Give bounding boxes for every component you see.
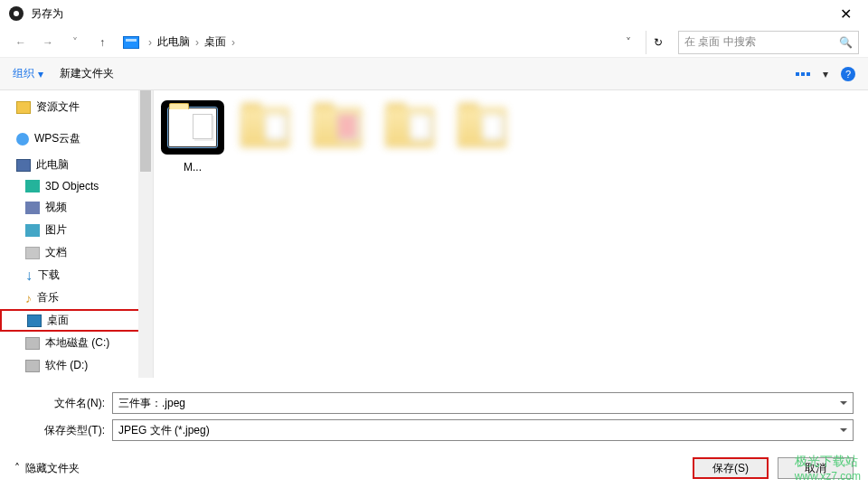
sidebar-item-documents[interactable]: 文档 [0, 241, 153, 264]
crumb-desktop[interactable]: 桌面 [204, 34, 226, 50]
chevron-right-icon: › [148, 36, 152, 49]
sidebar-item-thispc[interactable]: 此电脑 [0, 154, 153, 176]
save-label: 保存(S) [712, 461, 749, 476]
cancel-button[interactable]: 取消 [778, 457, 854, 479]
toolbar: 组织 ▾ 新建文件夹 ▾ ? [0, 58, 868, 90]
sidebar-item-label: 视频 [45, 200, 67, 215]
scrollbar-thumb[interactable] [140, 90, 151, 172]
music-icon: ♪ [25, 291, 32, 305]
filetype-label: 保存类型(T): [14, 423, 105, 438]
disk-icon [25, 337, 40, 350]
organize-menu[interactable]: 组织 ▾ [13, 66, 43, 81]
sidebar-item-label: 文档 [45, 245, 67, 260]
file-list[interactable]: M... [154, 90, 868, 378]
search-placeholder: 在 桌面 中搜索 [684, 34, 756, 50]
breadcrumb[interactable]: › 此电脑 › 桌面 › ˅ [118, 31, 640, 54]
app-icon [9, 6, 24, 21]
download-icon: ↓ [25, 270, 33, 281]
back-button[interactable]: ← [9, 31, 33, 54]
new-folder-button[interactable]: 新建文件夹 [60, 66, 114, 81]
file-item[interactable] [235, 98, 295, 174]
crumb-thispc[interactable]: 此电脑 [157, 34, 190, 50]
sidebar-item-diskc[interactable]: 本地磁盘 (C:) [0, 332, 153, 354]
sidebar-item-label: 图片 [45, 222, 67, 238]
sidebar-item-label: 下载 [38, 267, 60, 283]
hide-folders-label: 隐藏文件夹 [25, 461, 80, 476]
title-bar: 另存为 ✕ [0, 0, 868, 27]
recent-dropdown[interactable]: ˅ [63, 31, 87, 54]
file-item[interactable] [380, 98, 439, 174]
sidebar-item-label: 资源文件 [36, 99, 80, 115]
forward-button: → [36, 31, 60, 54]
close-button[interactable]: ✕ [832, 5, 859, 23]
pc-icon [123, 36, 139, 49]
filetype-value: JPEG 文件 (*.jpeg) [118, 423, 210, 438]
hide-folders-toggle[interactable]: ˄ 隐藏文件夹 [14, 461, 80, 476]
chevron-right-icon: › [195, 36, 199, 49]
sidebar-item-label: 音乐 [37, 290, 59, 305]
chevron-down-icon: ▾ [38, 68, 43, 80]
desktop-icon [27, 314, 42, 327]
sidebar-item-diskd[interactable]: 软件 (D:) [0, 354, 153, 377]
sidebar-item-downloads[interactable]: ↓下载 [0, 264, 153, 286]
cancel-label: 取消 [805, 461, 826, 476]
sidebar-item-videos[interactable]: 视频 [0, 196, 153, 219]
sidebar-item-label: 软件 (D:) [45, 358, 88, 373]
nav-bar: ← → ˅ ↑ › 此电脑 › 桌面 › ˅ ↻ 在 桌面 中搜索 🔍 [0, 27, 868, 58]
refresh-button[interactable]: ↻ [646, 31, 669, 54]
tree-scrollbar[interactable] [138, 90, 153, 378]
bottom-fields: 文件名(N): 三件事：.jpeg 保存类型(T): JPEG 文件 (*.jp… [0, 378, 868, 450]
pc-icon [16, 159, 31, 172]
path-dropdown[interactable]: ˅ [622, 36, 635, 49]
sidebar-item-label: 此电脑 [36, 157, 69, 173]
folder-tree[interactable]: 资源文件 WPS云盘 此电脑 3D Objects 视频 图片 文档 ↓下载 ♪… [0, 90, 154, 378]
sidebar-item-wps[interactable]: WPS云盘 [0, 127, 153, 150]
sidebar-item-music[interactable]: ♪音乐 [0, 286, 153, 309]
video-icon [25, 202, 40, 214]
up-button[interactable]: ↑ [90, 31, 114, 54]
filetype-select[interactable]: JPEG 文件 (*.jpeg) [112, 419, 854, 441]
disk-icon [25, 360, 40, 372]
chevron-right-icon: › [231, 36, 235, 49]
chevron-down-icon[interactable]: ▾ [823, 68, 828, 80]
filename-label: 文件名(N): [14, 396, 105, 411]
wps-icon [16, 133, 29, 145]
sidebar-item-label: 桌面 [47, 313, 69, 328]
sidebar-item-label: WPS云盘 [34, 131, 80, 146]
document-icon [25, 247, 40, 259]
main-area: 资源文件 WPS云盘 此电脑 3D Objects 视频 图片 文档 ↓下载 ♪… [0, 90, 868, 378]
organize-label: 组织 [13, 66, 34, 81]
file-item[interactable] [452, 98, 512, 174]
filename-value: 三件事：.jpeg [118, 396, 185, 411]
sidebar-item-label: 3D Objects [45, 180, 99, 192]
sidebar-item-label: 本地磁盘 (C:) [45, 335, 109, 351]
view-options-button[interactable] [796, 72, 810, 76]
filename-input[interactable]: 三件事：.jpeg [112, 392, 854, 414]
folder-icon [16, 101, 31, 114]
chevron-up-icon: ˄ [14, 462, 20, 474]
search-input[interactable]: 在 桌面 中搜索 🔍 [678, 31, 859, 54]
sidebar-item-desktop[interactable]: 桌面 [0, 309, 153, 332]
objects3d-icon [25, 180, 40, 192]
sidebar-item-pictures[interactable]: 图片 [0, 219, 153, 241]
sidebar-item-3d[interactable]: 3D Objects [0, 176, 153, 196]
file-label: M... [163, 161, 222, 174]
file-item[interactable] [307, 98, 367, 174]
search-icon[interactable]: 🔍 [839, 36, 853, 49]
help-button[interactable]: ? [841, 67, 855, 81]
picture-icon [25, 224, 40, 237]
window-title: 另存为 [31, 6, 832, 22]
save-button[interactable]: 保存(S) [693, 457, 769, 479]
footer: ˄ 隐藏文件夹 保存(S) 取消 [0, 450, 868, 488]
file-item[interactable]: M... [163, 98, 222, 174]
sidebar-item-resources[interactable]: 资源文件 [0, 96, 153, 118]
